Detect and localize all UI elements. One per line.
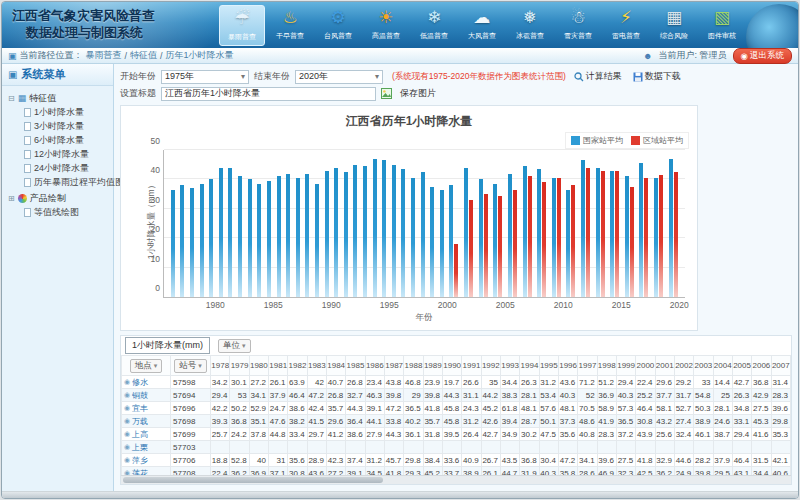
breadcrumb-item-module[interactable]: 暴雨普查 bbox=[86, 49, 122, 62]
station-radio-icon[interactable]: ◉ bbox=[124, 417, 130, 425]
value-cell bbox=[694, 441, 713, 454]
table-row[interactable]: ◉修水5759834.230.127.226.163.94240.726.823… bbox=[122, 376, 791, 389]
sidebar-item[interactable]: 3小时降水量 bbox=[8, 119, 111, 133]
save-image-button[interactable]: 保存图片 bbox=[397, 86, 439, 101]
logout-button[interactable]: ◉退出系统 bbox=[733, 48, 792, 64]
calculate-button[interactable]: 计算结果 bbox=[571, 69, 625, 84]
table-row[interactable]: ◉万载5769839.336.835.147.638.241.529.636.4… bbox=[122, 415, 791, 428]
value-cell: 28.2 bbox=[694, 454, 713, 467]
value-cell: 46.4 bbox=[288, 389, 307, 402]
expander-icon[interactable]: ⊟ bbox=[8, 94, 15, 103]
toolbar-item-heat[interactable]: ☀高温普查 bbox=[363, 5, 409, 46]
toolbar-item-risk[interactable]: ▦综合风险 bbox=[651, 5, 697, 46]
station-radio-icon[interactable]: ◉ bbox=[124, 391, 130, 399]
table-row[interactable]: ◉上栗57703 bbox=[122, 441, 791, 454]
toolbar-item-typhoon[interactable]: ⚙台风普查 bbox=[315, 5, 361, 46]
station-radio-icon[interactable]: ◉ bbox=[124, 456, 130, 464]
sidebar-item-label: 12小时降水量 bbox=[34, 148, 89, 161]
expander-icon[interactable]: ⊞ bbox=[8, 194, 15, 203]
value-cell: 36.5 bbox=[616, 415, 635, 428]
toolbar-item-label: 综合风险 bbox=[660, 31, 688, 40]
station-name[interactable]: 修水 bbox=[132, 377, 148, 388]
bar-national bbox=[411, 178, 415, 297]
table-row[interactable]: ◉宜丰5769642.250.252.924.738.642.435.744.3… bbox=[122, 402, 791, 415]
value-cell: 34.1 bbox=[249, 389, 268, 402]
legend-label: 国家站平均 bbox=[583, 135, 623, 146]
window-footer bbox=[2, 491, 798, 499]
bar-regional bbox=[615, 171, 619, 297]
breadcrumb-item-category[interactable]: 特征值 bbox=[130, 49, 157, 62]
value-cell: 36.8 bbox=[752, 376, 771, 389]
start-year-select[interactable]: 1975年▾ bbox=[161, 70, 249, 84]
station-id: 57699 bbox=[171, 428, 211, 441]
sidebar-item[interactable]: 24小时降水量 bbox=[8, 161, 111, 175]
unit-filter-chip[interactable]: 单位▾ bbox=[218, 339, 251, 353]
bar-national bbox=[353, 165, 357, 297]
value-cell: 33.4 bbox=[288, 428, 307, 441]
value-cell: 50.1 bbox=[539, 415, 558, 428]
breadcrumb-item-page[interactable]: 历年1小时降水量 bbox=[166, 49, 234, 62]
value-cell: 37.7 bbox=[655, 389, 674, 402]
station-name[interactable]: 萍乡 bbox=[132, 455, 148, 466]
value-cell bbox=[636, 441, 655, 454]
end-year-select[interactable]: 2020年▾ bbox=[295, 70, 383, 84]
sidebar-item[interactable]: 6小时降水量 bbox=[8, 133, 111, 147]
station-id: 57696 bbox=[171, 402, 211, 415]
table-row[interactable]: ◉萍乡5770618.852.8403135.628.942.337.431.2… bbox=[122, 454, 791, 467]
station-id: 57698 bbox=[171, 415, 211, 428]
scrollbar-thumb[interactable] bbox=[123, 477, 383, 483]
value-cell: 28.1 bbox=[713, 402, 732, 415]
station-name[interactable]: 上栗 bbox=[132, 442, 148, 453]
image-icon bbox=[381, 88, 392, 99]
station-filter-chip[interactable]: 地点▾ bbox=[130, 359, 163, 373]
station-name[interactable]: 万载 bbox=[132, 416, 148, 427]
toolbar-item-review[interactable]: ▧图件审核 bbox=[699, 5, 745, 46]
bar-group-2010 bbox=[523, 150, 532, 297]
station-name[interactable]: 铜鼓 bbox=[132, 390, 148, 401]
sidebar-item[interactable]: 等值线绘图 bbox=[8, 205, 111, 219]
tree-group-header-1[interactable]: ⊞产品绘制 bbox=[8, 191, 111, 205]
value-cell: 35 bbox=[481, 376, 500, 389]
sidebar-item[interactable]: 历年暴雨过程平均值图 bbox=[8, 175, 111, 189]
sidebar-item[interactable]: 12小时降水量 bbox=[8, 147, 111, 161]
measure-box: 1小时降水量(mm) bbox=[125, 337, 210, 354]
sidebar-item[interactable]: 1小时降水量 bbox=[8, 105, 111, 119]
toolbar-item-cold[interactable]: ❄低温普查 bbox=[411, 5, 457, 46]
tree-group-header-0[interactable]: ⊟▦特征值 bbox=[8, 91, 111, 105]
value-cell: 54.8 bbox=[694, 389, 713, 402]
cold-icon: ❄ bbox=[427, 5, 441, 31]
value-cell: 42 bbox=[307, 376, 326, 389]
sidebar-item-label: 6小时降水量 bbox=[34, 134, 84, 147]
station-radio-icon[interactable]: ◉ bbox=[124, 404, 130, 412]
station-radio-icon[interactable]: ◉ bbox=[124, 378, 130, 386]
toolbar-item-rainstorm[interactable]: ☔暴雨普查 bbox=[219, 5, 265, 46]
year-column-header: 1992 bbox=[481, 356, 500, 376]
horizontal-scrollbar[interactable] bbox=[121, 475, 791, 484]
value-cell bbox=[616, 441, 635, 454]
table-row[interactable]: ◉铜鼓5769429.45334.137.946.447.226.832.746… bbox=[122, 389, 791, 402]
table-row[interactable]: ◉上高5769925.724.237.844.833.429.741.238.6… bbox=[122, 428, 791, 441]
station-name[interactable]: 宜丰 bbox=[132, 403, 148, 414]
toolbar-item-drought[interactable]: ♨干旱普查 bbox=[267, 5, 313, 46]
value-cell: 31.8 bbox=[423, 428, 442, 441]
toolbar-item-snow[interactable]: ☃雪灾普查 bbox=[555, 5, 601, 46]
station-radio-icon[interactable]: ◉ bbox=[124, 430, 130, 438]
rainstorm-icon: ☔ bbox=[234, 6, 249, 32]
year-column-header: 2000 bbox=[636, 356, 655, 376]
x-axis-label: 年份 bbox=[163, 312, 685, 324]
chart-title-input[interactable] bbox=[161, 87, 376, 101]
year-column-header: 1995 bbox=[539, 356, 558, 376]
value-cell bbox=[423, 441, 442, 454]
value-cell: 29.6 bbox=[327, 415, 346, 428]
station-radio-icon[interactable]: ◉ bbox=[124, 443, 130, 451]
download-button[interactable]: 数据下载 bbox=[630, 69, 684, 84]
bar-group-2000 bbox=[401, 150, 405, 297]
value-cell: 26.3 bbox=[732, 389, 751, 402]
station-name[interactable]: 上高 bbox=[132, 429, 148, 440]
x-tick-label: 2015 bbox=[612, 300, 631, 310]
toolbar-item-lightning[interactable]: ⚡雷电普查 bbox=[603, 5, 649, 46]
value-cell: 32.9 bbox=[655, 454, 674, 467]
toolbar-item-hail[interactable]: ❅冰雹普查 bbox=[507, 5, 553, 46]
toolbar-item-wind[interactable]: ☁大风普查 bbox=[459, 5, 505, 46]
stationid-filter-chip[interactable]: 站号▾ bbox=[174, 359, 207, 373]
